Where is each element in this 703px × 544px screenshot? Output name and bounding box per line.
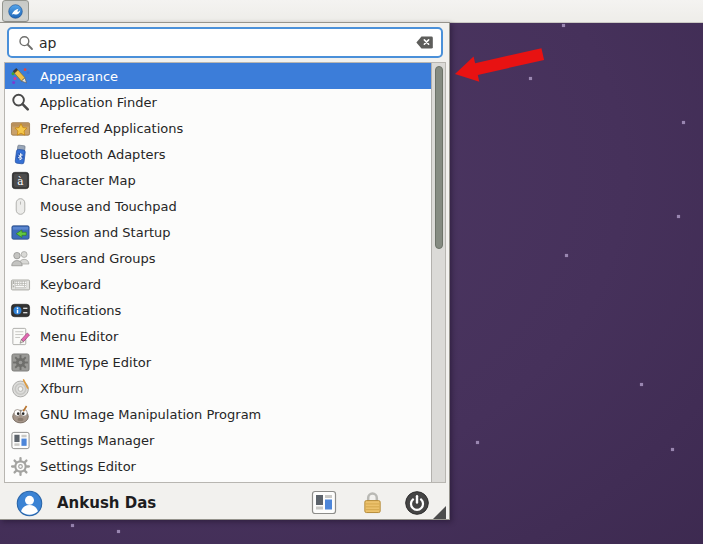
menu-item[interactable]: Xfburn — [5, 375, 436, 401]
xfburn-icon — [10, 378, 31, 399]
mouse-touchpad-icon — [10, 196, 31, 217]
menu-item[interactable]: Menu Editor — [5, 323, 436, 349]
power-icon — [404, 490, 430, 516]
appearance-icon — [10, 66, 31, 87]
menu-item[interactable]: Session and Startup — [5, 219, 436, 245]
whisker-menu: Appearance Application Finder Preferred … — [0, 22, 450, 520]
lock-icon — [361, 490, 384, 515]
menu-item[interactable]: Preferred Applications — [5, 115, 436, 141]
xubuntu-logo-icon — [7, 3, 24, 20]
settings-manager-icon — [10, 430, 31, 451]
clear-backspace-icon — [415, 34, 434, 51]
notifications-icon — [10, 300, 31, 321]
menu-item[interactable]: Keyboard — [5, 271, 436, 297]
menu-item[interactable]: Bluetooth Adapters — [5, 141, 436, 167]
menu-item[interactable]: à Character Map — [5, 167, 436, 193]
log-out-button[interactable] — [404, 490, 430, 516]
keyboard-icon — [10, 274, 31, 295]
search-input[interactable] — [39, 31, 399, 54]
mime-type-editor-icon — [10, 352, 31, 373]
menu-item[interactable]: MIME Type Editor — [5, 349, 436, 375]
menu-item[interactable]: GNU Image Manipulation Program — [5, 401, 436, 427]
gimp-icon — [10, 404, 31, 425]
search-icon — [18, 35, 34, 51]
settings-editor-icon — [10, 456, 31, 477]
all-settings-button[interactable] — [311, 490, 337, 515]
menu-item[interactable]: Settings Manager — [5, 427, 436, 453]
users-groups-icon — [10, 248, 31, 269]
scrollbar[interactable] — [431, 63, 445, 482]
bluetooth-adapters-icon — [10, 144, 31, 165]
resize-grip[interactable] — [433, 506, 446, 519]
application-finder-icon — [10, 92, 31, 113]
menu-item[interactable]: Mouse and Touchpad — [5, 193, 436, 219]
scrollbar-thumb[interactable] — [435, 66, 443, 249]
lock-screen-button[interactable] — [361, 490, 384, 515]
clear-search-button[interactable] — [415, 34, 434, 51]
menu-editor-icon — [10, 326, 31, 347]
preferred-applications-icon — [10, 118, 31, 139]
whisker-menu-button[interactable] — [2, 0, 29, 22]
svg-text:à: à — [17, 174, 23, 186]
menu-item[interactable]: Application Finder — [5, 89, 436, 115]
username-label: Ankush Das — [57, 487, 156, 520]
character-map-icon: à — [10, 170, 31, 191]
search-box — [7, 27, 443, 58]
menu-footer: Ankush Das — [0, 487, 448, 520]
menu-item[interactable]: Appearance — [5, 63, 436, 89]
menu-item-list: Appearance Application Finder Preferred … — [4, 62, 446, 483]
user-avatar-icon[interactable] — [16, 490, 43, 517]
menu-item[interactable]: Users and Groups — [5, 245, 436, 271]
settings-tiles-icon — [311, 490, 337, 515]
menu-item[interactable]: Notifications — [5, 297, 436, 323]
menu-item[interactable]: Settings Editor — [5, 453, 436, 479]
top-panel — [0, 0, 703, 23]
session-startup-icon — [10, 222, 31, 243]
